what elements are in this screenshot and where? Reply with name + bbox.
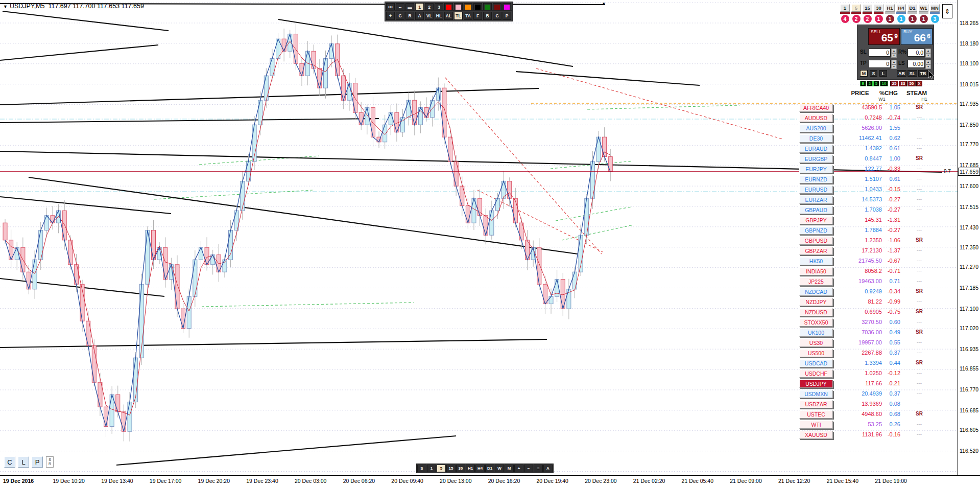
draw-tool-button-b[interactable]: B (483, 12, 492, 20)
order-mode-button-sl[interactable]: SL (907, 70, 917, 77)
draw-tool-button-hl[interactable]: HL (435, 12, 443, 20)
order-mode-button-tb[interactable]: TB (918, 70, 928, 77)
mini-tf-button-1[interactable]: 1 (427, 465, 436, 472)
timeframe-button-d1[interactable]: D1 (907, 4, 917, 12)
symbol-button-eurgbp[interactable]: EURGBP (799, 155, 833, 163)
symbol-button-wti[interactable]: WTI (799, 421, 833, 429)
draw-tool-button-+[interactable]: + (386, 12, 395, 20)
order-mode-button-l[interactable]: L (879, 70, 887, 77)
draw-tool-button-a[interactable]: A (415, 12, 424, 20)
mini-tf-button-−[interactable]: − (524, 465, 533, 472)
lot-button-2[interactable]: 2 (867, 81, 873, 86)
draw-tool-button-c[interactable]: C (493, 12, 501, 20)
symbol-button-india50[interactable]: INDIA50 (799, 267, 833, 275)
symbol-button-xauusd[interactable]: XAUUSD (799, 431, 833, 439)
lotsize-spinner[interactable]: ▲▼ (925, 60, 931, 68)
symbol-button-africa40[interactable]: AFRICA40 (799, 104, 833, 112)
symbol-button-nzdjpy[interactable]: NZDJPY (799, 298, 833, 306)
symbol-button-usdcad[interactable]: USDCAD (799, 359, 833, 367)
symbol-button-eurusd[interactable]: EURUSD (799, 186, 833, 194)
chart-expand-button[interactable]: ⇕ (942, 4, 952, 18)
mini-tf-button-5[interactable]: 5 (437, 465, 446, 472)
symbol-button-nzdusd[interactable]: NZDUSD (799, 308, 833, 316)
symbol-button-usdjpy[interactable]: USDJPY (799, 380, 833, 388)
draw-tool-button-tl[interactable]: TL (454, 12, 463, 20)
mini-tf-button-h1[interactable]: H1 (466, 465, 475, 472)
order-mode-button-m[interactable]: M (860, 70, 868, 77)
symbol-button-euraud[interactable]: EURAUD (799, 145, 833, 153)
draw-tool-button-f[interactable]: F (473, 12, 482, 20)
rpercent-input[interactable]: 0.0 (907, 49, 925, 57)
symbol-button-us500[interactable]: US500 (799, 349, 833, 357)
timeframe-button-mn[interactable]: MN (930, 4, 940, 12)
lot-button-50[interactable]: 50 (907, 81, 916, 86)
symbol-dropdown-icon[interactable]: ▼ (3, 4, 8, 9)
price-axis[interactable]: 117.659 118.265118.180118.100118.015117.… (958, 0, 980, 475)
timeframe-button-1[interactable]: 1 (840, 4, 850, 12)
lotsize-input[interactable]: 0.00 (907, 60, 925, 68)
mini-tf-button-+[interactable]: + (514, 465, 523, 472)
symbol-button-eurjpy[interactable]: EURJPY (799, 165, 833, 173)
symbol-button-eurzar[interactable]: EURZAR (799, 196, 833, 204)
rpercent-spinner[interactable]: ▲▼ (925, 49, 931, 57)
symbol-button-eurnzd[interactable]: EURNZD (799, 175, 833, 183)
lot-button-5[interactable]: 5 (873, 81, 879, 86)
symbol-button-gbpzar[interactable]: GBPZAR (799, 247, 833, 255)
symbol-button-gbpusd[interactable]: GBPUSD (799, 237, 833, 245)
corner-button-p[interactable]: P (32, 456, 43, 468)
order-mode-button-ab[interactable]: AB (897, 70, 906, 77)
draw-tool-button-al[interactable]: AL (444, 12, 453, 20)
tp-spinner[interactable]: ▲▼ (891, 60, 897, 68)
buy-button[interactable]: BUY 66 6 (901, 28, 933, 45)
draw-tool-button-r[interactable]: R (405, 12, 414, 20)
timeframe-button-15[interactable]: 15 (863, 4, 872, 12)
mini-tf-button-a[interactable]: A (543, 465, 553, 472)
corner-button-l[interactable]: L (18, 456, 29, 468)
symbol-button-ustec[interactable]: USTEC (799, 410, 833, 419)
sl-spinner[interactable]: ▲▼ (891, 49, 897, 57)
corner-button-sr[interactable]: SR (46, 456, 54, 468)
mini-tf-button-m[interactable]: M (505, 465, 514, 472)
lot-button-25[interactable]: 25 (890, 81, 898, 86)
order-mode-button-s[interactable]: S (870, 70, 877, 77)
lot-button-33[interactable]: 33 (899, 81, 907, 86)
lot-button-x[interactable]: X (916, 81, 922, 86)
sell-button[interactable]: SELL 65 9 (868, 28, 900, 45)
timeframe-button-30[interactable]: 30 (874, 4, 883, 12)
symbol-button-usdchf[interactable]: USDCHF (799, 369, 833, 378)
timeframe-button-h4[interactable]: H4 (896, 4, 906, 12)
corner-button-c[interactable]: C (4, 456, 15, 468)
mini-tf-button-30[interactable]: 30 (456, 465, 465, 472)
mini-tf-button-s[interactable]: S (417, 465, 426, 472)
symbol-button-gbpnzd[interactable]: GBPNZD (799, 226, 833, 235)
symbol-button-stoxx50[interactable]: STOXX50 (799, 318, 833, 327)
symbol-button-audusd[interactable]: AUDUSD (799, 114, 833, 122)
symbol-button-gbpaud[interactable]: GBPAUD (799, 206, 833, 214)
lot-button-e[interactable]: E (860, 81, 866, 86)
symbol-button-de30[interactable]: DE30 (799, 134, 833, 143)
timeframe-button-w1[interactable]: W1 (919, 4, 928, 12)
draw-tool-button-vl[interactable]: VL (425, 12, 434, 20)
timeframe-button-h1[interactable]: H1 (885, 4, 895, 12)
mini-tf-button-=[interactable]: = (534, 465, 543, 472)
mini-tf-button-w[interactable]: W (495, 465, 504, 472)
symbol-button-us30[interactable]: US30 (799, 339, 833, 347)
time-axis[interactable]: 19 Dec 201619 Dec 10:2019 Dec 13:4019 De… (0, 475, 980, 486)
symbol-button-usdmxn[interactable]: USDMXN (799, 390, 833, 398)
draw-tool-button-ta[interactable]: TA (464, 12, 472, 20)
symbol-button-aus200[interactable]: AUS200 (799, 124, 833, 132)
symbol-button-nzdcad[interactable]: NZDCAD (799, 288, 833, 296)
draw-tool-button-c[interactable]: C (396, 12, 404, 20)
mini-tf-button-d1[interactable]: D1 (485, 465, 494, 472)
mini-tf-button-h4[interactable]: H4 (475, 465, 485, 472)
mini-tf-button-15[interactable]: 15 (446, 465, 456, 472)
symbol-button-hk50[interactable]: HK50 (799, 257, 833, 265)
symbol-button-usdzar[interactable]: USDZAR (799, 400, 833, 408)
symbol-button-gbpjpy[interactable]: GBPJPY (799, 216, 833, 224)
symbol-button-jp225[interactable]: JP225 (799, 277, 833, 286)
sl-input[interactable]: 0 (869, 49, 891, 57)
draw-tool-button-p[interactable]: P (503, 12, 511, 20)
tp-input[interactable]: 0 (869, 60, 891, 68)
symbol-button-uk100[interactable]: UK100 (799, 329, 833, 337)
lot-button-10[interactable]: 10 (880, 81, 888, 86)
